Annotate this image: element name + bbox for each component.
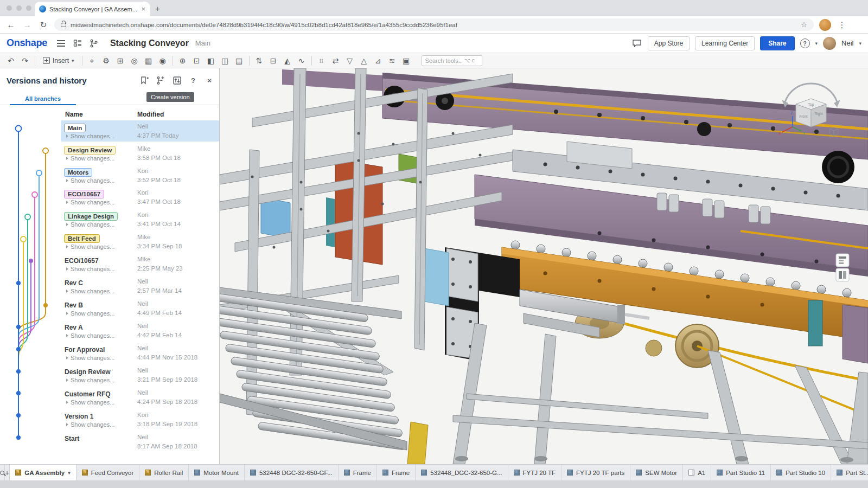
replicate-icon[interactable]: ⊕: [176, 54, 189, 68]
version-name[interactable]: ECO/10657: [64, 256, 99, 266]
named-positions-icon[interactable]: ⊟: [267, 54, 280, 68]
address-bar[interactable]: midwestmachinetech.onshape.com/documents…: [54, 18, 814, 31]
show-changes-link[interactable]: Show changes...: [66, 421, 114, 428]
bookmark-star-icon[interactable]: ☆: [801, 21, 807, 29]
element-tab-frame-2[interactable]: Frame: [377, 465, 416, 480]
circular-pattern-icon[interactable]: ◉: [156, 54, 169, 68]
element-tab-sew-motor[interactable]: SEW Motor: [630, 465, 683, 480]
version-name[interactable]: Rev A: [64, 323, 84, 332]
version-badge[interactable]: Motors: [64, 168, 92, 177]
insert-button[interactable]: Insert ▾: [39, 57, 79, 65]
version-row[interactable]: Design Review Show changes... Mike 3:58 …: [0, 144, 219, 166]
panel-close-icon[interactable]: ×: [204, 75, 215, 86]
panel-help-icon[interactable]: ?: [188, 75, 199, 86]
element-tab-fytj-20-tf[interactable]: FYTJ 20 TF: [508, 465, 562, 480]
forward-icon[interactable]: →: [22, 20, 33, 29]
version-row[interactable]: ECO/10657 Show changes... Mike 2:25 PM M…: [0, 255, 219, 277]
window-zoom-button[interactable]: [26, 5, 31, 11]
show-changes-link[interactable]: Show changes...: [66, 399, 114, 406]
version-row[interactable]: Motors Show changes... Kori 3:52 PM Oct …: [0, 166, 219, 189]
version-row[interactable]: For Approval Show changes... Neil 4:44 P…: [0, 344, 219, 366]
site-security-icon[interactable]: [61, 23, 66, 27]
show-changes-link[interactable]: Show changes...: [66, 310, 114, 317]
tab-search-button[interactable]: [0, 465, 5, 480]
element-tab-part-st[interactable]: Part St...: [831, 465, 868, 480]
sheet-metal-icon[interactable]: ▽: [343, 54, 356, 68]
frame-tool-icon[interactable]: △: [358, 54, 371, 68]
measure-icon[interactable]: ∿: [295, 54, 308, 68]
mate-connector-icon[interactable]: ◎: [128, 54, 141, 68]
version-row[interactable]: Belt Feed Show changes... Mike 3:34 PM S…: [0, 233, 219, 255]
linear-pattern-icon[interactable]: ▦: [142, 54, 155, 68]
comments-icon[interactable]: [631, 38, 642, 49]
element-tab-motor-mount[interactable]: Motor Mount: [189, 465, 245, 480]
version-name[interactable]: Design Review: [64, 367, 111, 377]
document-panel-icon[interactable]: [72, 38, 83, 49]
user-name[interactable]: Neil: [841, 39, 853, 47]
new-tab-button[interactable]: +: [155, 4, 160, 13]
version-badge[interactable]: Design Review: [64, 146, 116, 155]
version-row[interactable]: Start Neil 8:17 AM Sep 18 2018: [0, 433, 219, 455]
element-tab-part-studio-11[interactable]: Part Studio 11: [711, 465, 771, 480]
element-tab-feed-conveyor[interactable]: Feed Conveyor: [76, 465, 140, 480]
version-row[interactable]: Customer RFQ Show changes... Neil 4:24 P…: [0, 388, 219, 410]
version-badge[interactable]: ECO/10657: [64, 190, 104, 198]
mass-properties-icon[interactable]: ⌗: [315, 54, 328, 68]
browser-menu-icon[interactable]: ⋮: [837, 20, 847, 30]
version-row[interactable]: Rev B Show changes... Neil 4:49 PM Feb 1…: [0, 299, 219, 322]
section-view-icon[interactable]: ◭: [281, 54, 294, 68]
browser-tab[interactable]: Stacking Conveyor | GA Assem... ×: [35, 2, 150, 16]
show-changes-link[interactable]: Show changes...: [66, 155, 114, 162]
show-changes-link[interactable]: Show changes...: [66, 288, 114, 294]
create-branch-icon[interactable]: [155, 75, 166, 86]
version-name[interactable]: Customer RFQ: [64, 389, 111, 399]
show-changes-link[interactable]: Show changes...: [66, 243, 114, 250]
window-close-button[interactable]: [7, 5, 12, 11]
version-name[interactable]: Rev B: [64, 300, 84, 310]
version-badge[interactable]: Linkage Design: [64, 212, 118, 221]
right-dock-toggle-top[interactable]: [836, 254, 849, 267]
app-store-button[interactable]: App Store: [648, 36, 690, 50]
element-tab-532448-2[interactable]: 532448_DGC-32-650-G...: [416, 465, 508, 480]
version-name[interactable]: Version 1: [64, 412, 94, 421]
explode-view-icon[interactable]: ⇅: [253, 54, 266, 68]
draft-analysis-icon[interactable]: ⊿: [372, 54, 385, 68]
restore-compare-icon[interactable]: [171, 75, 182, 86]
element-tab-fytj-20-tf-parts[interactable]: FYTJ 20 TF parts: [561, 465, 630, 480]
show-changes-link[interactable]: Show changes...: [66, 199, 114, 206]
version-row[interactable]: Design Review Show changes... Neil 3:21 …: [0, 366, 219, 388]
mate-icon[interactable]: ⌖: [86, 54, 99, 68]
learning-center-button[interactable]: Learning Center: [695, 36, 755, 50]
version-badge[interactable]: Belt Feed: [64, 234, 100, 243]
3d-viewport[interactable]: Top Front Right X Z Y: [220, 68, 868, 464]
workspace-name[interactable]: Main: [195, 39, 210, 47]
tab-caret-icon[interactable]: ▾: [68, 470, 71, 476]
configurations-icon[interactable]: ▣: [400, 54, 413, 68]
version-name[interactable]: Rev C: [64, 278, 84, 288]
part-pattern-icon[interactable]: ⊡: [190, 54, 203, 68]
onshape-logo[interactable]: Onshape: [7, 37, 47, 49]
version-name[interactable]: Start: [64, 434, 80, 444]
window-minimize-button[interactable]: [16, 5, 22, 11]
back-icon[interactable]: ←: [5, 20, 16, 29]
version-row[interactable]: Version 1 Show changes... Kori 3:18 PM S…: [0, 410, 219, 433]
element-tab-532448[interactable]: 532448 DGC-32-650-GF...: [245, 465, 339, 480]
tab-all-branches[interactable]: All branches: [10, 93, 76, 105]
bill-of-materials-icon[interactable]: ▤: [233, 54, 246, 68]
version-badge[interactable]: Main: [64, 124, 86, 132]
version-name[interactable]: For Approval: [64, 345, 105, 355]
element-tab-a1[interactable]: A1: [683, 465, 711, 480]
element-tab-frame-1[interactable]: Frame: [339, 465, 377, 480]
show-changes-link[interactable]: Show changes...: [66, 133, 114, 139]
tool-search-box[interactable]: ⌥ c: [422, 55, 482, 66]
add-element-button[interactable]: +: [5, 465, 10, 480]
version-row-main[interactable]: Main Show changes... Neil 4:37 PM Today: [0, 122, 219, 144]
user-avatar[interactable]: [823, 37, 836, 50]
display-states-icon[interactable]: ◧: [205, 54, 218, 68]
version-row[interactable]: Rev A Show changes... Neil 4:42 PM Feb 1…: [0, 322, 219, 344]
simulation-icon[interactable]: ≋: [386, 54, 399, 68]
element-tab-roller-rail[interactable]: Roller Rail: [139, 465, 189, 480]
undo-icon[interactable]: ↶: [4, 54, 17, 68]
redo-icon[interactable]: ↷: [18, 54, 31, 68]
right-dock-toggle-bottom[interactable]: [836, 268, 849, 281]
